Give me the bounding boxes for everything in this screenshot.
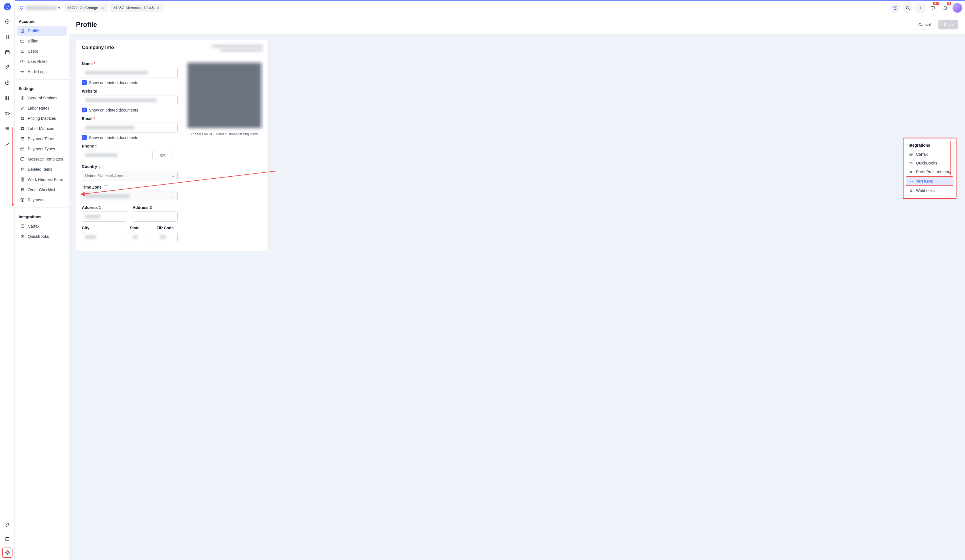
- address2-label: Address 2: [132, 205, 178, 210]
- sidebar-item-profile[interactable]: Profile: [17, 26, 67, 36]
- sidebar-item-quickbooks[interactable]: QuickBooks: [17, 232, 67, 241]
- trash-icon: [20, 167, 25, 172]
- svg-point-2: [8, 6, 9, 7]
- state-input[interactable]: [130, 232, 151, 242]
- reports-icon[interactable]: [2, 139, 13, 149]
- tab-label: #1772: Oil Change: [67, 6, 98, 10]
- dashboard-icon[interactable]: [2, 16, 13, 27]
- marketplace-icon[interactable]: [2, 520, 13, 531]
- address1-input[interactable]: [82, 212, 127, 222]
- callout-item-quickbooks[interactable]: QuickBooks: [906, 159, 954, 167]
- checkbox-label: Show on printed documents: [89, 108, 138, 113]
- sidebar-label: Labor Matrices: [28, 126, 54, 131]
- save-button[interactable]: Save: [938, 20, 958, 29]
- inventory-icon[interactable]: [2, 93, 13, 103]
- code-icon: [909, 179, 914, 183]
- sidebar-item-payment-types[interactable]: Payment Types: [17, 144, 67, 154]
- country-select[interactable]: United States of America ⌄: [82, 171, 178, 181]
- cancel-button[interactable]: Cancel: [913, 20, 936, 29]
- settings-gear-icon[interactable]: [2, 547, 13, 558]
- phone-ext-input[interactable]: ext.: [155, 150, 172, 160]
- sidebar-label: QuickBooks: [28, 234, 49, 239]
- sidebar-item-payment-terms[interactable]: Payment Terms: [17, 134, 67, 144]
- company-image[interactable]: [186, 62, 263, 129]
- chevron-down-icon: ▾: [58, 6, 60, 10]
- sidebar-item-pricing-matrices[interactable]: Pricing Matrices: [17, 114, 67, 123]
- content-area: Profile Cancel Save Company Info: [69, 15, 965, 560]
- rocket-icon[interactable]: [2, 62, 13, 72]
- sidebar-item-order-checklist[interactable]: Order Checklist: [17, 185, 67, 194]
- email-show-printed-checkbox[interactable]: ✓: [82, 135, 87, 140]
- boards-icon[interactable]: [2, 32, 13, 42]
- sidebar-label: Billing: [28, 39, 38, 43]
- app-logo[interactable]: [3, 2, 12, 11]
- sidebar-label: Carfax: [28, 224, 39, 229]
- sidebar-label: Users: [28, 49, 38, 54]
- callout-item-parts-procurement[interactable]: Parts Procurement: [906, 168, 954, 176]
- card-subtitle: [206, 45, 263, 52]
- city-input[interactable]: [82, 232, 124, 242]
- tab-order-1772[interactable]: #1772: Oil Change ✕: [64, 4, 108, 12]
- avatar[interactable]: [952, 3, 962, 13]
- bell-icon[interactable]: 5: [940, 3, 950, 13]
- zip-input[interactable]: [157, 232, 178, 242]
- calendar-icon[interactable]: [2, 47, 13, 57]
- callout-item-carfax[interactable]: Carfax: [906, 150, 954, 158]
- search-icon[interactable]: [903, 3, 913, 13]
- list-icon[interactable]: [2, 123, 13, 134]
- svg-rect-32: [21, 225, 24, 228]
- gear-icon: [20, 95, 25, 101]
- sidebar-label: Deleted Items: [28, 167, 52, 171]
- sidebar-item-carfax[interactable]: Carfax: [17, 221, 67, 231]
- name-input[interactable]: [82, 68, 178, 78]
- location-name: [26, 6, 57, 10]
- phone-label: Phone *: [82, 144, 178, 149]
- callout-item-webhooks[interactable]: Webhooks: [906, 186, 954, 195]
- clock-icon[interactable]: [2, 78, 13, 88]
- email-input[interactable]: [82, 122, 178, 133]
- tab-order-1857[interactable]: #1857: Alternator_12345 ✕: [110, 4, 163, 12]
- webhook-icon: [909, 188, 913, 193]
- sidebar-item-labor-matrices[interactable]: Labor Matrices: [17, 124, 67, 133]
- checkbox-label: Show on printed documents: [89, 136, 138, 140]
- quickbooks-icon: [909, 161, 913, 165]
- sidebar-item-user-roles[interactable]: User Roles: [17, 57, 67, 66]
- sidebar-item-payments[interactable]: Payments: [17, 195, 67, 205]
- callout-item-api-keys[interactable]: API Keys: [906, 176, 954, 186]
- sidebar-item-audit-logs[interactable]: Audit Logs: [17, 67, 67, 77]
- zip-label: ZIP Code: [157, 225, 178, 230]
- website-label: Website: [82, 89, 178, 93]
- website-input[interactable]: [82, 95, 178, 105]
- svg-point-19: [21, 7, 22, 8]
- name-show-printed-checkbox[interactable]: ✓: [82, 80, 87, 85]
- svg-rect-27: [21, 137, 24, 140]
- close-icon[interactable]: ✕: [101, 6, 104, 10]
- sidebar-item-general-settings[interactable]: General Settings: [17, 93, 67, 103]
- svg-point-13: [6, 114, 7, 115]
- close-icon[interactable]: ✕: [157, 6, 160, 10]
- help-icon[interactable]: [2, 534, 13, 544]
- history-icon[interactable]: [890, 3, 900, 13]
- sidebar-item-labor-rates[interactable]: Labor Rates: [17, 103, 67, 113]
- location-picker[interactable]: ▾: [18, 5, 62, 11]
- svg-rect-5: [8, 35, 8, 39]
- address2-input[interactable]: [132, 212, 178, 222]
- timezone-select[interactable]: ⌄: [82, 191, 178, 201]
- sidebar-item-users[interactable]: Users: [17, 46, 67, 56]
- state-label: State: [130, 225, 151, 230]
- sidebar-label: Labor Rates: [28, 106, 49, 110]
- truck-icon[interactable]: [2, 108, 13, 118]
- settings-sidebar: Account Profile Billing Users User Roles: [15, 15, 69, 560]
- sidebar-item-work-request-form[interactable]: Work Request Form: [17, 175, 67, 184]
- add-icon[interactable]: [915, 3, 925, 13]
- sidebar-item-billing[interactable]: Billing: [17, 36, 67, 46]
- country-label: Country i: [82, 164, 178, 169]
- sidebar-item-deleted-items[interactable]: Deleted Items: [17, 165, 67, 174]
- phone-input[interactable]: [82, 150, 153, 160]
- icon-rail: [0, 0, 15, 560]
- svg-rect-12: [5, 113, 8, 114]
- svg-point-1: [6, 6, 7, 7]
- website-show-printed-checkbox[interactable]: ✓: [82, 108, 87, 113]
- chat-icon[interactable]: 44: [927, 3, 938, 13]
- sidebar-item-message-templates[interactable]: Message Templates: [17, 154, 67, 164]
